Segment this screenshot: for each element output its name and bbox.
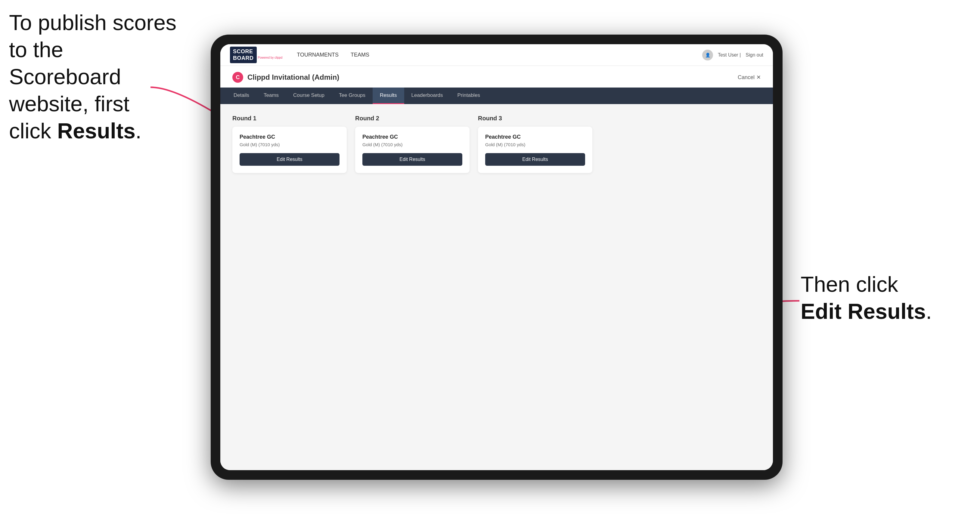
round-2-column: Round 2 Peachtree GC Gold (M) (7010 yds)… <box>355 115 469 173</box>
tournament-title-row: C Clippd Invitational (Admin) Cancel ✕ <box>232 72 761 83</box>
logo-subtitle: Powered by clippd <box>258 56 283 59</box>
sub-header: C Clippd Invitational (Admin) Cancel ✕ <box>220 66 773 87</box>
user-label: Test User | <box>718 52 741 58</box>
round-1-course-name: Peachtree GC <box>240 134 339 140</box>
cancel-button[interactable]: Cancel ✕ <box>738 74 761 81</box>
nav-tournaments[interactable]: TOURNAMENTS <box>297 51 339 59</box>
round-3-course-name: Peachtree GC <box>485 134 585 140</box>
round-2-label: Round 2 <box>355 115 469 122</box>
tab-printables[interactable]: Printables <box>450 87 488 104</box>
tab-tee-groups[interactable]: Tee Groups <box>332 87 372 104</box>
tablet-frame: SCOREBOARD Powered by clippd TOURNAMENTS… <box>211 35 783 480</box>
tablet-screen: SCOREBOARD Powered by clippd TOURNAMENTS… <box>220 44 773 470</box>
round-3-label: Round 3 <box>478 115 592 122</box>
round-2-course-name: Peachtree GC <box>363 134 462 140</box>
round-2-course-details: Gold (M) (7010 yds) <box>363 142 462 147</box>
nav-right: 👤 Test User | Sign out <box>702 50 763 60</box>
instruction-right: Then click Edit Results. <box>800 271 932 325</box>
top-nav: SCOREBOARD Powered by clippd TOURNAMENTS… <box>220 44 773 66</box>
logo-area: SCOREBOARD Powered by clippd <box>230 47 282 63</box>
tab-teams[interactable]: Teams <box>256 87 286 104</box>
round-2-edit-results-button[interactable]: Edit Results <box>363 153 462 166</box>
instruction-left: To publish scores to the Scoreboard webs… <box>9 9 178 144</box>
tournament-icon: C <box>232 72 243 83</box>
nav-links: TOURNAMENTS TEAMS <box>297 51 702 59</box>
round-1-card: Peachtree GC Gold (M) (7010 yds) Edit Re… <box>232 127 347 173</box>
tournament-title-text: Clippd Invitational (Admin) <box>247 73 339 81</box>
edit-results-emphasis: Edit Results <box>800 299 926 323</box>
signout-link[interactable]: Sign out <box>746 52 763 58</box>
results-emphasis: Results <box>57 119 135 143</box>
cancel-x-icon: ✕ <box>756 74 761 81</box>
main-content: Round 1 Peachtree GC Gold (M) (7010 yds)… <box>220 104 773 470</box>
round-2-card: Peachtree GC Gold (M) (7010 yds) Edit Re… <box>355 127 469 173</box>
round-1-label: Round 1 <box>232 115 347 122</box>
tab-leaderboards[interactable]: Leaderboards <box>404 87 450 104</box>
round-3-card: Peachtree GC Gold (M) (7010 yds) Edit Re… <box>478 127 592 173</box>
tab-course-setup[interactable]: Course Setup <box>286 87 332 104</box>
round-3-course-details: Gold (M) (7010 yds) <box>485 142 585 147</box>
round-1-edit-results-button[interactable]: Edit Results <box>240 153 339 166</box>
avatar: 👤 <box>702 50 713 60</box>
nav-teams[interactable]: TEAMS <box>351 51 369 59</box>
logo: SCOREBOARD <box>230 47 257 63</box>
tab-details[interactable]: Details <box>226 87 256 104</box>
round-1-course-details: Gold (M) (7010 yds) <box>240 142 339 147</box>
tournament-title: C Clippd Invitational (Admin) <box>232 72 339 83</box>
round-3-column: Round 3 Peachtree GC Gold (M) (7010 yds)… <box>478 115 592 173</box>
round-1-column: Round 1 Peachtree GC Gold (M) (7010 yds)… <box>232 115 347 173</box>
rounds-grid: Round 1 Peachtree GC Gold (M) (7010 yds)… <box>232 115 761 173</box>
instruction-left-prefix: click <box>9 119 57 143</box>
tab-results[interactable]: Results <box>372 87 404 104</box>
round-3-edit-results-button[interactable]: Edit Results <box>485 153 585 166</box>
tab-bar: Details Teams Course Setup Tee Groups Re… <box>220 87 773 104</box>
